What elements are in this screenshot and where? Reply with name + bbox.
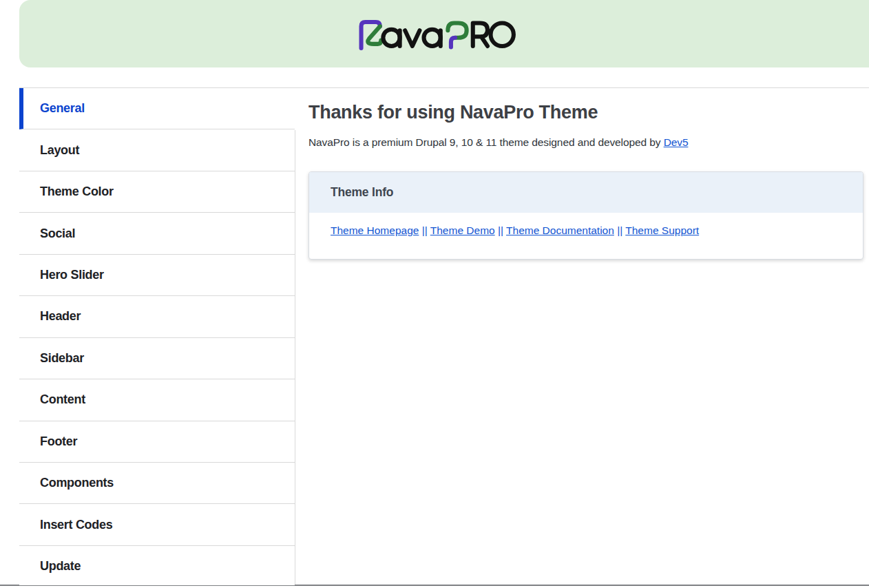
sidebar-tab-layout[interactable]: Layout [19, 129, 295, 171]
theme-info-links: Theme Homepage || Theme Demo || Theme Do… [309, 213, 863, 259]
sidebar-tab-social[interactable]: Social [19, 213, 295, 254]
sidebar-tab-footer[interactable]: Footer [19, 421, 295, 463]
sidebar-tab-insert-codes[interactable]: Insert Codes [19, 504, 295, 545]
intro-text-prefix: NavaPro is a premium Drupal 9, 10 & 11 t… [308, 136, 664, 148]
top-banner: NavaPro [19, 0, 869, 67]
theme-info-title: Theme Info [309, 172, 863, 213]
sidebar-tab-general[interactable]: General [19, 88, 295, 129]
sidebar-tab-sidebar[interactable]: Sidebar [19, 338, 295, 379]
sidebar-tab-theme-color[interactable]: Theme Color [19, 171, 295, 213]
theme-info-panel: Theme Info Theme Homepage || Theme Demo … [308, 171, 863, 260]
dev5-link[interactable]: Dev5 [664, 136, 689, 148]
settings-vertical-tabs: GeneralLayoutTheme ColorSocialHero Slide… [19, 88, 295, 585]
link-separator: || [419, 224, 430, 236]
theme-info-link-theme-homepage[interactable]: Theme Homepage [331, 224, 419, 236]
link-separator: || [614, 224, 625, 236]
sidebar-tab-update[interactable]: Update [19, 546, 295, 585]
theme-info-link-theme-documentation[interactable]: Theme Documentation [506, 224, 614, 236]
sidebar-tab-hero-slider[interactable]: Hero Slider [19, 255, 295, 296]
sidebar-tab-header[interactable]: Header [19, 296, 295, 337]
page-title: Thanks for using NavaPro Theme [308, 102, 863, 123]
theme-info-link-theme-demo[interactable]: Theme Demo [430, 224, 495, 236]
sidebar-content-divider [295, 130, 295, 585]
intro-text: NavaPro is a premium Drupal 9, 10 & 11 t… [308, 136, 863, 149]
sidebar-tab-components[interactable]: Components [19, 463, 295, 504]
theme-info-link-theme-support[interactable]: Theme Support [625, 224, 699, 236]
navapro-logo-icon: NavaPro [358, 18, 516, 50]
settings-content: Thanks for using NavaPro Theme NavaPro i… [308, 96, 863, 260]
link-separator: || [495, 224, 506, 236]
sidebar-tab-content[interactable]: Content [19, 379, 295, 421]
